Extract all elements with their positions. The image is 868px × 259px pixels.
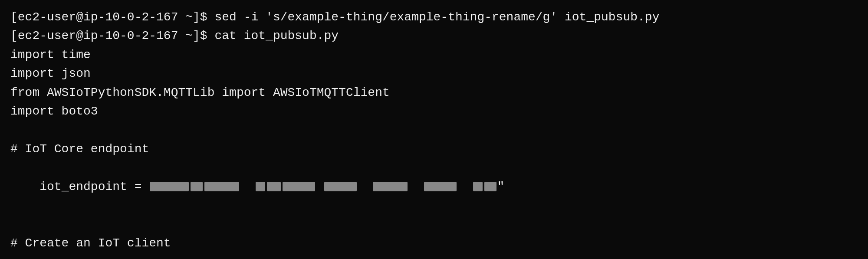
redacted-space-3 xyxy=(358,180,372,193)
redacted-5 xyxy=(267,182,281,191)
redacted-7 xyxy=(324,182,357,191)
cmd-cat-line: [ec2-user@ip-10-0-2-167 ~]$ cat iot_pubs… xyxy=(10,26,858,45)
redacted-1 xyxy=(150,182,189,191)
iot-endpoint-prefix: iot_endpoint = xyxy=(39,180,149,193)
redacted-space-2 xyxy=(316,180,323,193)
redacted-8 xyxy=(373,182,408,191)
import-time-line: import time xyxy=(10,46,858,64)
empty-line-2 xyxy=(10,215,858,233)
import-json-line: import json xyxy=(10,64,858,83)
terminal-window: [ec2-user@ip-10-0-2-167 ~]$ sed -i 's/ex… xyxy=(10,8,858,251)
import-boto3-line: import boto3 xyxy=(10,102,858,121)
iot-endpoint-line: iot_endpoint = " xyxy=(10,158,858,215)
redacted-2 xyxy=(191,182,203,191)
redacted-11 xyxy=(484,182,496,191)
redacted-10 xyxy=(473,182,483,191)
from-aws-line: from AWSIoTPythonSDK.MQTTLib import AWSI… xyxy=(10,83,858,102)
comment-endpoint-line: # IoT Core endpoint xyxy=(10,140,858,158)
redacted-3 xyxy=(204,182,239,191)
comment-client-line: # Create an IoT client xyxy=(10,234,858,252)
empty-line-1 xyxy=(10,121,858,139)
iot-endpoint-quote: " xyxy=(497,180,505,193)
redacted-6 xyxy=(283,182,315,191)
redacted-4 xyxy=(256,182,265,191)
redacted-space-5 xyxy=(457,180,472,193)
redacted-space-4 xyxy=(408,180,423,193)
redacted-9 xyxy=(424,182,457,191)
redacted-space-1 xyxy=(240,180,255,193)
mqtt-client-line: myMQTTClient = AWSIoTMQTTClient("example… xyxy=(10,252,858,259)
cmd-sed-line: [ec2-user@ip-10-0-2-167 ~]$ sed -i 's/ex… xyxy=(10,8,858,26)
